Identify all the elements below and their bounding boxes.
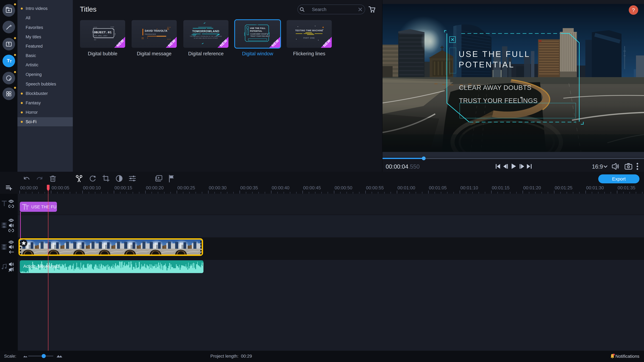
svg-text:00:00:45: 00:00:45	[303, 185, 321, 190]
svg-text:00:01:10: 00:01:10	[460, 185, 478, 190]
svg-text:00:00:35: 00:00:35	[240, 185, 258, 190]
svg-text:00:00:55: 00:00:55	[366, 185, 384, 190]
svg-text:00:00:25: 00:00:25	[177, 185, 195, 190]
svg-text:00:01:25: 00:01:25	[555, 185, 572, 190]
svg-text:00:00:00: 00:00:00	[20, 185, 38, 190]
svg-text:00:00:05: 00:00:05	[52, 185, 69, 190]
svg-text:00:00:10: 00:00:10	[83, 185, 101, 190]
svg-text:00:00:20: 00:00:20	[146, 185, 164, 190]
svg-text:00:00:30: 00:00:30	[209, 185, 226, 190]
svg-text:00:01:00: 00:01:00	[398, 185, 415, 190]
svg-text:00:01:20: 00:01:20	[523, 185, 541, 190]
svg-text:00:00:15: 00:00:15	[114, 185, 132, 190]
svg-text:00:00:40: 00:00:40	[272, 185, 290, 190]
svg-text:00:01:35: 00:01:35	[618, 185, 635, 190]
svg-text:00:01:05: 00:01:05	[429, 185, 447, 190]
svg-text:00:01:15: 00:01:15	[492, 185, 510, 190]
svg-text:00:01:30: 00:01:30	[586, 185, 604, 190]
svg-text:00:00:50: 00:00:50	[334, 185, 352, 190]
